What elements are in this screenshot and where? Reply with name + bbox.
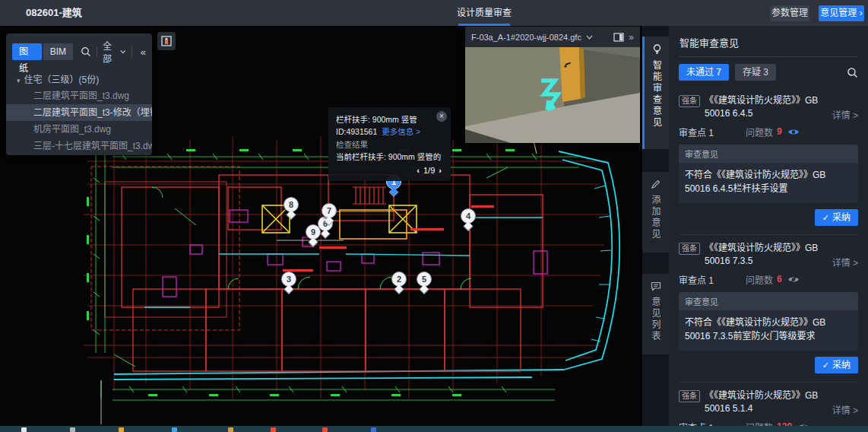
divider (131, 46, 132, 57)
windows-start-icon[interactable] (21, 427, 27, 432)
viewer-3d-panel: F-03a_A-1#2020-wjj-0824.gfc » (465, 27, 640, 143)
smart-review-panel: 智能审查意见 未通过 7 存疑 3 强条 《《建筑设计防火规范》》GB 5001… (669, 26, 868, 426)
file-item[interactable]: 二层建筑平面图_t3-修改（埋错门，窗... (6, 104, 152, 121)
filter-doubt-chip[interactable]: 存疑 3 (735, 64, 776, 81)
tooltip-pager: ‹ 1/9 › (415, 164, 443, 177)
search-icon[interactable] (81, 46, 91, 57)
eye-icon[interactable] (787, 128, 800, 136)
filter-failed-chip[interactable]: 未通过 7 (679, 64, 729, 81)
issue-marker[interactable]: 7 (322, 203, 337, 218)
code-title: 《《建筑设计防火规范》》GB 50016 6.4.5 (705, 94, 828, 121)
collapse-panel-icon[interactable]: « (141, 46, 146, 58)
review-point: 审查点 1 (679, 421, 714, 426)
tab-drawings[interactable]: 图纸 (12, 43, 42, 60)
detail-link[interactable]: 详情 > (832, 403, 858, 416)
issue-marker[interactable]: 2 (391, 272, 407, 287)
issue-marker[interactable]: 8 (284, 197, 299, 212)
top-bar: 082601-建筑 设计质量审查 参数管理 意见管理 › (0, 0, 868, 26)
bulb-icon (652, 44, 662, 55)
file-item[interactable]: 三层-十七层建筑平面图_t3.dwg (6, 138, 152, 154)
file-item[interactable]: 机房平面图_t3.dwg (6, 121, 152, 138)
param-manage-button[interactable]: 参数管理 (770, 5, 809, 21)
issue-marker[interactable]: 9 (306, 224, 321, 240)
eye-off-icon[interactable] (787, 275, 800, 284)
opinion-manage-button[interactable]: 意见管理 › (819, 5, 864, 21)
tooltip-id-row: ID:4931561 更多信息 > (336, 125, 443, 138)
prev-page-icon[interactable]: ‹ (415, 166, 421, 175)
model-3d-view[interactable] (465, 47, 640, 143)
taskbar-app-icon[interactable] (172, 427, 177, 432)
search-icon[interactable] (847, 67, 858, 78)
filter-dropdown[interactable]: 全部 (103, 39, 126, 65)
review-item: 强条 《《建筑设计防火规范》》GB 50016 6.4.5 详情 > 审查点 1… (679, 87, 858, 235)
close-icon[interactable]: × (436, 111, 447, 122)
side-tab-strip: 智能审查意见 添加意见 意见列表 (642, 26, 669, 426)
caret-down-icon: ▾ (17, 77, 21, 84)
issue-marker[interactable]: 4 (461, 208, 476, 224)
model-name: F-03a_A-1#2020-wjj-0824.gfc (471, 33, 581, 42)
opinion-header: 审查意见 (679, 292, 858, 310)
divider (97, 46, 97, 57)
tab-bim[interactable]: BIM (43, 43, 73, 60)
chevron-right-icon: › (860, 8, 863, 18)
mandatory-badge: 强条 (679, 390, 700, 402)
code-title: 《《建筑设计防火规范》》GB 50016 7.3.5 (705, 242, 828, 268)
more-info-link[interactable]: 更多信息 > (382, 127, 420, 136)
viewer-3d-header: F-03a_A-1#2020-wjj-0824.gfc » (465, 27, 640, 47)
filter-row: 未通过 7 存疑 3 (679, 57, 858, 87)
issues-label: 问题数 (746, 125, 773, 138)
taskbar-app-icon[interactable] (119, 427, 124, 432)
detail-link[interactable]: 详情 > (832, 108, 858, 121)
review-point: 审查点 1 (679, 125, 714, 138)
taskbar-app-icon[interactable] (70, 427, 75, 432)
page-indicator: 1/9 (423, 166, 435, 175)
taskbar-app-icon[interactable] (371, 427, 376, 432)
mandatory-badge: 强条 (679, 95, 700, 107)
comment-icon (651, 281, 661, 291)
thumbnail-toggle-button[interactable] (157, 32, 176, 50)
tooltip-title: 栏杆扶手: 900mm 竖管 (336, 113, 443, 125)
file-item[interactable]: 一层建筑平面图_t3.dwg (6, 154, 152, 155)
accept-button[interactable]: ✓采纳 (815, 357, 858, 373)
mandatory-badge: 强条 (679, 243, 700, 255)
pencil-icon (651, 179, 661, 189)
code-title: 《《建筑设计防火规范》》GB 50016 5.1.4 (705, 389, 828, 416)
review-point: 审查点 1 (679, 273, 714, 286)
tab-add-opinion[interactable]: 添加意见 (642, 172, 669, 253)
detail-link[interactable]: 详情 > (832, 256, 858, 268)
check-result-label: 检查结果 (336, 138, 443, 151)
app-window: 082601-建筑 设计质量审查 参数管理 意见管理 › (0, 0, 868, 432)
accept-button[interactable]: ✓采纳 (815, 209, 858, 226)
opinion-header: 审查意见 (679, 145, 858, 163)
split-view-icon[interactable] (613, 33, 624, 42)
tab-smart-review[interactable]: 智能审查意见 (642, 37, 669, 149)
taskbar-app-icon[interactable] (322, 427, 328, 432)
element-id: ID:4931561 (336, 127, 377, 136)
issues-count: 6 (777, 274, 782, 284)
os-taskbar[interactable] (0, 426, 868, 432)
review-item: 强条 《《建筑设计防火规范》》GB 50016 7.3.5 详情 > 审查点 1… (679, 235, 858, 383)
opinion-box: 审查意见 不符合《《建筑设计防火规范》》GB 50016 6.4.5栏杆扶手设置 (679, 145, 858, 203)
chevron-down-icon[interactable] (586, 35, 593, 40)
expand-more-icon[interactable]: » (629, 32, 634, 43)
next-page-icon[interactable]: › (437, 166, 443, 175)
check-result-text: 当前栏杆扶手: 900mm 竖管的 高度 为 (336, 151, 443, 163)
issue-marker[interactable]: 5 (417, 272, 432, 287)
taskbar-app-icon[interactable] (228, 427, 233, 432)
file-item[interactable]: 二层建筑平面图_t3.dwg (6, 87, 152, 104)
file-panel: 图纸 BIM 全部 « ▾住宅（三级）(5份) 二层建筑平面图_t3.dwg 二… (6, 33, 152, 155)
project-title: 082601-建筑 (26, 0, 82, 26)
panel-title: 智能审查意见 (679, 26, 858, 56)
issues-label: 问题数 (746, 421, 773, 426)
tab-opinion-list[interactable]: 意见列表 (642, 274, 669, 354)
tab-design-quality-review[interactable]: 设计质量审查 (454, 0, 515, 26)
issue-marker[interactable]: 3 (281, 272, 296, 287)
element-tooltip: × 栏杆扶手: 900mm 竖管 ID:4931561 更多信息 > 检查结果 … (328, 107, 451, 181)
chevron-down-icon (120, 49, 126, 54)
opinion-box: 审查意见 不符合《《建筑设计防火规范》》GB 50016 7.3.5前室防火门等… (679, 292, 858, 351)
opinion-text: 不符合《《建筑设计防火规范》》GB 50016 7.3.5前室防火门等级要求 (679, 310, 858, 351)
taskbar-app-icon[interactable] (271, 427, 276, 432)
check-icon: ✓ (822, 361, 829, 370)
review-item: 强条 《《建筑设计防火规范》》GB 50016 5.1.4 详情 > 审查点 1… (679, 383, 858, 426)
issues-count: 9 (777, 126, 782, 137)
